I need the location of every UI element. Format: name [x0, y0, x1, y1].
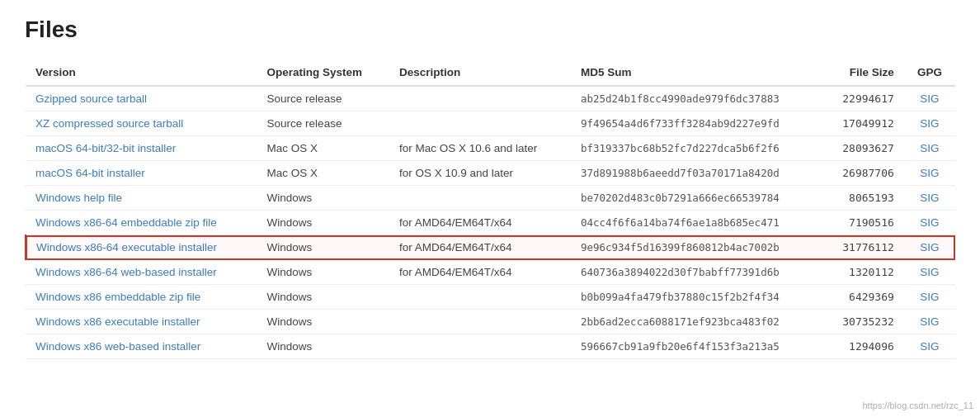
- sig-link[interactable]: SIG: [920, 241, 939, 254]
- description-cell: [389, 334, 571, 359]
- gpg-cell[interactable]: SIG: [904, 211, 955, 235]
- filesize-cell: 31776112: [822, 235, 904, 260]
- page-title: Files: [25, 17, 955, 43]
- version-link[interactable]: Windows x86 web-based installer: [35, 340, 200, 353]
- description-cell: for AMD64/EM64T/x64: [389, 260, 571, 285]
- sig-link[interactable]: SIG: [920, 167, 939, 179]
- md5-cell: be70202d483c0b7291a666ec66539784: [571, 186, 822, 211]
- os-cell: Windows: [257, 211, 389, 235]
- gpg-cell[interactable]: SIG: [904, 186, 955, 211]
- table-row: Gzipped source tarballSource releaseab25…: [26, 86, 955, 111]
- table-row: macOS 64-bit/32-bit installerMac OS Xfor…: [26, 136, 955, 161]
- col-header-description: Description: [389, 59, 571, 86]
- description-cell: for AMD64/EM64T/x64: [389, 235, 571, 260]
- md5-cell: 640736a3894022d30f7babff77391d6b: [571, 260, 822, 285]
- version-link[interactable]: XZ compressed source tarball: [35, 117, 183, 130]
- md5-cell: 9e96c934f5d16399f860812b4ac7002b: [571, 235, 822, 260]
- sig-link[interactable]: SIG: [920, 291, 939, 303]
- os-cell: Windows: [257, 186, 389, 211]
- sig-link[interactable]: SIG: [920, 192, 939, 204]
- table-row: Windows x86-64 executable installerWindo…: [26, 235, 955, 260]
- filesize-cell: 22994617: [822, 86, 904, 111]
- description-cell: [389, 186, 571, 211]
- table-row: Windows x86 executable installerWindows2…: [26, 310, 955, 334]
- os-cell: Source release: [257, 86, 389, 111]
- sig-link[interactable]: SIG: [920, 117, 939, 130]
- description-cell: [389, 285, 571, 310]
- table-row: Windows x86-64 embeddable zip fileWindow…: [26, 211, 955, 235]
- table-row: Windows help fileWindowsbe70202d483c0b72…: [26, 186, 955, 211]
- filesize-cell: 28093627: [822, 136, 904, 161]
- sig-link[interactable]: SIG: [920, 340, 939, 353]
- md5-cell: 596667cb91a9fb20e6f4f153f3a213a5: [571, 334, 822, 359]
- col-header-gpg: GPG: [904, 59, 955, 86]
- filesize-cell: 7190516: [822, 211, 904, 235]
- gpg-cell[interactable]: SIG: [904, 111, 955, 136]
- table-row: Windows x86-64 web-based installerWindow…: [26, 260, 955, 285]
- os-cell: Windows: [257, 334, 389, 359]
- md5-cell: bf319337bc68b52fc7d227dca5b6f2f6: [571, 136, 822, 161]
- md5-cell: b0b099a4fa479fb37880c15f2b2f4f34: [571, 285, 822, 310]
- filesize-cell: 1320112: [822, 260, 904, 285]
- table-row: Windows x86 web-based installerWindows59…: [26, 334, 955, 359]
- description-cell: [389, 310, 571, 334]
- os-cell: Windows: [257, 310, 389, 334]
- table-row: Windows x86 embeddable zip fileWindowsb0…: [26, 285, 955, 310]
- version-link[interactable]: Gzipped source tarball: [35, 92, 147, 105]
- col-header-md5: MD5 Sum: [571, 59, 822, 86]
- filesize-cell: 26987706: [822, 161, 904, 186]
- gpg-cell[interactable]: SIG: [904, 310, 955, 334]
- sig-link[interactable]: SIG: [920, 216, 939, 229]
- version-link[interactable]: macOS 64-bit/32-bit installer: [35, 142, 176, 154]
- os-cell: Windows: [257, 285, 389, 310]
- table-header-row: Version Operating System Description MD5…: [26, 59, 955, 86]
- sig-link[interactable]: SIG: [920, 142, 939, 154]
- sig-link[interactable]: SIG: [920, 92, 939, 105]
- md5-cell: 2bb6ad2ecca6088171ef923bca483f02: [571, 310, 822, 334]
- gpg-cell[interactable]: SIG: [904, 285, 955, 310]
- filesize-cell: 8065193: [822, 186, 904, 211]
- description-cell: [389, 111, 571, 136]
- version-link[interactable]: Windows help file: [35, 192, 122, 204]
- version-link[interactable]: Windows x86-64 embeddable zip file: [35, 216, 217, 229]
- md5-cell: 37d891988b6aeedd7f03a70171a8420d: [571, 161, 822, 186]
- description-cell: [389, 86, 571, 111]
- os-cell: Windows: [257, 235, 389, 260]
- gpg-cell[interactable]: SIG: [904, 260, 955, 285]
- files-table: Version Operating System Description MD5…: [25, 59, 955, 359]
- version-link[interactable]: Windows x86 executable installer: [35, 315, 200, 328]
- version-link[interactable]: macOS 64-bit installer: [35, 167, 145, 179]
- description-cell: for AMD64/EM64T/x64: [389, 211, 571, 235]
- md5-cell: ab25d24b1f8cc4990ade979f6dc37883: [571, 86, 822, 111]
- description-cell: for Mac OS X 10.6 and later: [389, 136, 571, 161]
- gpg-cell[interactable]: SIG: [904, 161, 955, 186]
- sig-link[interactable]: SIG: [920, 266, 939, 278]
- col-header-version: Version: [26, 59, 257, 86]
- md5-cell: 9f49654a4d6f733ff3284ab9d227e9fd: [571, 111, 822, 136]
- table-row: macOS 64-bit installerMac OS Xfor OS X 1…: [26, 161, 955, 186]
- gpg-cell[interactable]: SIG: [904, 235, 955, 260]
- col-header-os: Operating System: [257, 59, 389, 86]
- os-cell: Windows: [257, 260, 389, 285]
- os-cell: Source release: [257, 111, 389, 136]
- description-cell: for OS X 10.9 and later: [389, 161, 571, 186]
- gpg-cell[interactable]: SIG: [904, 86, 955, 111]
- table-row: XZ compressed source tarballSource relea…: [26, 111, 955, 136]
- filesize-cell: 17049912: [822, 111, 904, 136]
- filesize-cell: 30735232: [822, 310, 904, 334]
- version-link[interactable]: Windows x86-64 executable installer: [36, 241, 217, 254]
- gpg-cell[interactable]: SIG: [904, 136, 955, 161]
- version-link[interactable]: Windows x86 embeddable zip file: [35, 291, 200, 303]
- gpg-cell[interactable]: SIG: [904, 334, 955, 359]
- col-header-filesize: File Size: [822, 59, 904, 86]
- filesize-cell: 1294096: [822, 334, 904, 359]
- md5-cell: 04cc4f6f6a14ba74f6ae1a8b685ec471: [571, 211, 822, 235]
- os-cell: Mac OS X: [257, 136, 389, 161]
- os-cell: Mac OS X: [257, 161, 389, 186]
- filesize-cell: 6429369: [822, 285, 904, 310]
- version-link[interactable]: Windows x86-64 web-based installer: [35, 266, 217, 278]
- sig-link[interactable]: SIG: [920, 315, 939, 328]
